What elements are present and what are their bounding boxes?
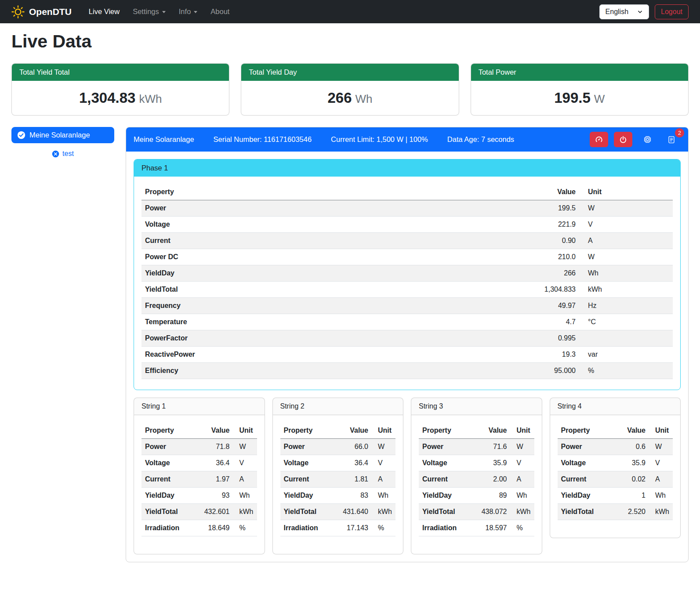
table-row: YieldDay266Wh <box>141 265 673 282</box>
column-header-unit: Unit <box>579 184 673 200</box>
table-row: YieldTotal438.072kWh <box>419 504 534 520</box>
property-cell: Irradiation <box>141 520 199 536</box>
unit-cell: Hz <box>579 298 673 314</box>
chevron-down-icon <box>162 11 166 13</box>
property-cell: Power DC <box>141 249 403 265</box>
string-table: Property Value Unit Power71.6W Voltage35… <box>419 423 534 536</box>
table-row: Irradiation18.597% <box>419 520 534 536</box>
summary-unit: Wh <box>355 92 373 105</box>
power-icon <box>619 136 627 144</box>
table-header-row: Property Value Unit <box>419 423 534 439</box>
table-row: Voltage35.9V <box>419 455 534 471</box>
nav-info[interactable]: Info <box>173 4 203 19</box>
value-cell: 35.9 <box>476 455 511 471</box>
unit-cell: A <box>511 471 534 488</box>
value-cell: 221.9 <box>403 217 579 233</box>
language-value: English <box>606 8 628 16</box>
value-cell: 18.649 <box>199 520 233 536</box>
value-cell: 266 <box>403 265 579 282</box>
table-header-row: Property Value Unit <box>141 423 257 439</box>
nav-live-view[interactable]: Live View <box>83 4 125 19</box>
summary-card-body: 199.5W <box>471 81 688 115</box>
table-row: Power71.8W <box>141 439 257 455</box>
table-row: Voltage36.4V <box>141 455 257 471</box>
unit-cell: W <box>649 439 673 455</box>
inverter-select-button[interactable]: Meine Solaranlage <box>11 127 114 143</box>
property-cell: Frequency <box>141 298 403 314</box>
value-cell: 1 <box>615 488 649 504</box>
unit-cell: Wh <box>372 488 395 504</box>
string-card-1: String 1 Property Value Unit <box>134 398 265 554</box>
property-cell: Temperature <box>141 314 403 330</box>
device-info-button[interactable] <box>638 132 656 147</box>
property-cell: Current <box>280 471 338 488</box>
test-inverter-label: test <box>62 150 74 158</box>
property-cell: Power <box>419 439 476 455</box>
string-card-2: String 2 Property Value Unit <box>272 398 404 554</box>
test-inverter-link[interactable]: test <box>11 150 114 158</box>
unit-cell: W <box>511 439 534 455</box>
table-row: Frequency49.97Hz <box>141 298 673 314</box>
power-button[interactable] <box>614 132 632 147</box>
event-count-badge: 2 <box>675 128 684 137</box>
table-row: Voltage221.9V <box>141 217 673 233</box>
language-select[interactable]: English <box>599 4 649 19</box>
table-row: Power199.5W <box>141 200 673 217</box>
summary-card-yield-day: Total Yield Day 266Wh <box>241 63 459 116</box>
property-cell: ReactivePower <box>141 347 403 363</box>
inverter-name-label: Meine Solaranlage <box>29 131 90 139</box>
summary-card-total-power: Total Power 199.5W <box>471 63 689 116</box>
value-cell: 71.8 <box>199 439 233 455</box>
sun-icon <box>11 5 25 18</box>
summary-value: 266 <box>327 90 352 106</box>
chevron-down-icon <box>194 11 197 13</box>
unit-cell: °C <box>579 314 673 330</box>
property-cell: YieldDay <box>141 265 403 282</box>
unit-cell: V <box>579 217 673 233</box>
chevron-down-icon <box>637 9 643 14</box>
unit-cell: V <box>372 455 395 471</box>
value-cell: 36.4 <box>337 455 372 471</box>
string-title: String 3 <box>411 398 542 415</box>
column-header-unit: Unit <box>233 423 257 439</box>
nav-about[interactable]: About <box>205 4 235 19</box>
column-header-property: Property <box>280 423 338 439</box>
property-cell: YieldTotal <box>558 504 615 520</box>
property-cell: Current <box>141 233 403 249</box>
x-circle-icon <box>52 150 59 158</box>
table-row: Current0.90A <box>141 233 673 249</box>
property-cell: Voltage <box>280 455 338 471</box>
inverter-panel-body: Phase 1 Property Value Unit <box>126 152 688 562</box>
logout-button[interactable]: Logout <box>655 4 689 19</box>
table-row: YieldDay83Wh <box>280 488 396 504</box>
brand[interactable]: OpenDTU <box>11 5 72 18</box>
table-row: Temperature4.7°C <box>141 314 673 330</box>
nav-settings-label: Settings <box>133 7 159 16</box>
value-cell: 438.072 <box>476 504 511 520</box>
table-row: Current1.81A <box>280 471 396 488</box>
check-circle-icon <box>17 131 25 139</box>
property-cell: Power <box>558 439 615 455</box>
table-row: YieldTotal1,304.833kWh <box>141 282 673 298</box>
event-log-button[interactable]: 2 <box>662 132 681 147</box>
value-cell: 199.5 <box>403 200 579 217</box>
string-table: Property Value Unit Power71.8W Voltage36… <box>141 423 257 536</box>
table-row: YieldDay89Wh <box>419 488 534 504</box>
unit-cell: kWh <box>233 504 257 520</box>
table-header-row: Property Value Unit <box>558 423 673 439</box>
unit-cell: A <box>372 471 395 488</box>
table-row: Current2.00A <box>419 471 534 488</box>
nav-settings[interactable]: Settings <box>127 4 171 19</box>
phase-table: Property Value Unit Power199.5W Voltage2… <box>141 184 673 379</box>
string-card-3: String 3 Property Value Unit <box>411 398 542 554</box>
table-header-row: Property Value Unit <box>141 184 673 200</box>
limit-settings-button[interactable] <box>590 132 608 147</box>
unit-cell: Wh <box>649 488 673 504</box>
summary-card-title: Total Power <box>471 64 688 81</box>
unit-cell: W <box>579 249 673 265</box>
property-cell: Power <box>280 439 338 455</box>
value-cell: 95.000 <box>403 363 579 379</box>
table-row: Power71.6W <box>419 439 534 455</box>
value-cell: 210.0 <box>403 249 579 265</box>
unit-cell: % <box>372 520 395 536</box>
